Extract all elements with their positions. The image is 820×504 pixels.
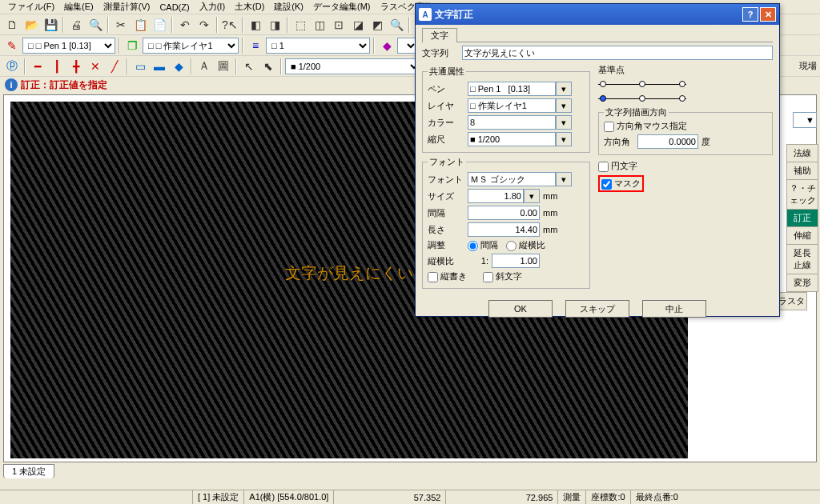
italic-check[interactable]: 斜文字 — [483, 270, 522, 282]
arrow-icon[interactable]: ↖ — [240, 58, 258, 75]
skip-button[interactable]: スキップ — [565, 300, 629, 318]
adj-radio-gap[interactable]: 間隔 — [468, 239, 498, 251]
menu-edit[interactable]: 編集(E) — [59, 0, 98, 14]
color-dropdown-icon[interactable]: ▾ — [556, 115, 572, 130]
scale-dropdown-icon[interactable]: ▾ — [556, 132, 572, 146]
tool-g-icon[interactable]: ◩ — [368, 16, 386, 34]
rect3-tool-icon[interactable]: ◆ — [170, 58, 187, 75]
text-b-icon[interactable]: 圖 — [215, 58, 232, 75]
len-input[interactable] — [468, 222, 540, 237]
menu-calc[interactable]: 測量計算(V) — [98, 0, 155, 14]
layer-select[interactable]: □ □ 作業レイヤ1 — [143, 38, 239, 54]
menu-const[interactable]: 建設(K) — [269, 0, 308, 14]
redo-icon[interactable]: ↷ — [195, 16, 213, 34]
arrow2-icon[interactable]: ⬉ — [259, 58, 277, 75]
text-field-input[interactable] — [462, 46, 773, 60]
cancel-button[interactable]: 中止 — [642, 300, 706, 318]
linetype-icon[interactable]: ≡ — [247, 37, 264, 54]
mask-highlight: マスク — [598, 175, 644, 192]
menu-file[interactable]: ファイル(F) — [3, 0, 59, 14]
tool-e-icon[interactable]: ⊡ — [330, 16, 348, 34]
pen-dropdown-icon[interactable]: ▾ — [556, 82, 572, 96]
ok-button[interactable]: OK — [488, 300, 553, 318]
cut-icon[interactable]: ✂ — [112, 16, 130, 34]
common-props-group: 共通属性 ペン ▾ レイヤ ▾ カラー ▾ 縮尺 ▾ — [422, 66, 590, 153]
layer-dropdown-icon[interactable]: ▾ — [556, 98, 572, 113]
font-input[interactable] — [468, 172, 556, 186]
new-icon[interactable]: 🗋 — [3, 16, 21, 34]
site-label: 現場 — [799, 60, 817, 72]
pen-select[interactable]: □ □ Pen 1 [0.13] — [22, 38, 115, 54]
pmark-icon[interactable]: ⓟ — [3, 58, 21, 75]
diag-tool-icon[interactable]: ╱ — [106, 58, 123, 75]
save-icon[interactable]: 💾 — [42, 16, 59, 34]
copy-icon[interactable]: 📋 — [131, 16, 149, 34]
dialog-help-button[interactable]: ? — [742, 7, 758, 22]
x-tool-icon[interactable]: ✕ — [86, 58, 104, 75]
open-icon[interactable]: 📂 — [22, 16, 40, 34]
tool-a-icon[interactable]: ◧ — [247, 16, 264, 34]
common-props-legend: 共通属性 — [428, 66, 466, 78]
print-icon[interactable]: 🖨 — [67, 16, 85, 34]
tool-h-icon[interactable]: 🔍 — [388, 16, 405, 34]
scale-select[interactable]: ■ 1/200 — [285, 58, 421, 74]
side-btn-check[interactable]: ？・チェック — [787, 180, 818, 210]
vertical-check[interactable]: 縦書き — [428, 270, 467, 282]
pen-icon[interactable]: ✎ — [3, 37, 21, 54]
side-btn-stretch[interactable]: 伸縮 — [787, 227, 818, 245]
color-icon[interactable]: ◆ — [378, 37, 396, 54]
tool-f-icon[interactable]: ◪ — [349, 16, 367, 34]
refpt-grid[interactable] — [598, 79, 686, 103]
line-tool-icon[interactable]: ━ — [29, 58, 46, 75]
len-label: 長さ — [428, 224, 468, 236]
side-btn-raster[interactable]: ラスタ — [777, 293, 807, 310]
menu-civil[interactable]: 土木(D) — [230, 0, 269, 14]
font-dropdown-icon[interactable]: ▾ — [556, 172, 572, 186]
dialog-titlebar[interactable]: A 文字訂正 ? ✕ — [416, 4, 779, 25]
color-input[interactable] — [468, 115, 556, 130]
status-paper: A1(横) [554.0/801.0] — [243, 490, 333, 504]
menu-cad[interactable]: CAD(Z) — [155, 2, 194, 13]
dir-angle-input[interactable] — [637, 134, 698, 149]
linetype-select[interactable]: □ 1 — [266, 38, 370, 54]
side-btn-extend[interactable]: 延長 止線 — [787, 245, 818, 274]
rect1-tool-icon[interactable]: ▭ — [131, 58, 149, 75]
mask-check[interactable]: マスク — [601, 178, 641, 190]
direction-legend: 文字列描画方向 — [604, 106, 669, 118]
preview-icon[interactable]: 🔍 — [86, 16, 104, 34]
scale-input[interactable] — [468, 132, 556, 146]
circle-text-check[interactable]: 円文字 — [598, 161, 637, 170]
side-btn-deform[interactable]: 変形 — [787, 274, 818, 292]
font-legend: フォント — [428, 156, 466, 168]
dir-mouse-check[interactable]: 方向角マウス指定 — [604, 121, 687, 130]
side-btn-edit[interactable]: 訂正 — [787, 210, 818, 227]
menu-input[interactable]: 入力(I) — [195, 0, 230, 14]
side-btn-houline[interactable]: 法線 — [787, 145, 818, 162]
cross-tool-icon[interactable]: ╋ — [67, 58, 85, 75]
gap-input[interactable] — [468, 206, 540, 220]
tool-d-icon[interactable]: ◫ — [311, 16, 328, 34]
undo-icon[interactable]: ↶ — [176, 16, 194, 34]
layer-input[interactable] — [468, 98, 556, 113]
rect2-tool-icon[interactable]: ▬ — [151, 58, 168, 75]
size-input[interactable] — [468, 189, 524, 203]
vline-tool-icon[interactable]: ┃ — [48, 58, 66, 75]
tool-c-icon[interactable]: ⬚ — [291, 16, 309, 34]
text-a-icon[interactable]: Ａ — [195, 58, 213, 75]
side-dropdown[interactable]: ▼ — [793, 112, 817, 128]
adj-radio-ratio[interactable]: 縦横比 — [506, 239, 545, 251]
menu-data[interactable]: データ編集(M) — [308, 0, 376, 14]
layer-label: レイヤ — [428, 100, 468, 112]
size-dropdown-icon[interactable]: ▾ — [524, 189, 540, 203]
page-tab-1[interactable]: 1 未設定 — [3, 464, 54, 478]
dialog-tab-text[interactable]: 文字 — [422, 28, 457, 42]
tool-b-icon[interactable]: ◨ — [266, 16, 283, 34]
help-cursor-icon[interactable]: ?↖ — [221, 16, 239, 34]
side-btn-assist[interactable]: 補助 — [787, 162, 818, 180]
ratio-input[interactable] — [492, 254, 540, 268]
layer-icon[interactable]: ❐ — [123, 37, 141, 54]
paste-icon[interactable]: 📄 — [151, 16, 168, 34]
status-y: 72.965 — [445, 490, 557, 504]
dialog-close-button[interactable]: ✕ — [760, 7, 776, 22]
pen-input[interactable] — [468, 82, 556, 96]
